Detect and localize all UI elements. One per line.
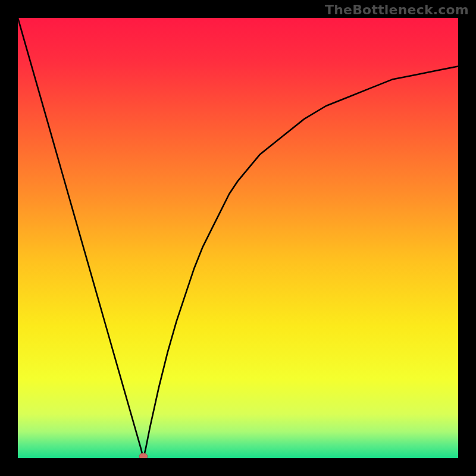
chart-frame: TheBottleneck.com xyxy=(0,0,476,476)
watermark-text: TheBottleneck.com xyxy=(325,2,469,17)
chart-svg xyxy=(18,18,458,458)
chart-background xyxy=(18,18,458,458)
minimum-marker xyxy=(139,453,148,459)
plot-area xyxy=(18,18,458,458)
